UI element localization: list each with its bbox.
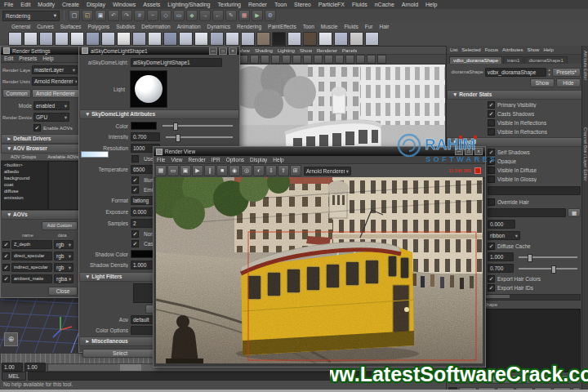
menu-ncache[interactable]: nCache [375, 2, 394, 7]
range-start-field[interactable]: 1.00 [2, 363, 23, 372]
shelf-tab-rendering[interactable]: Rendering [237, 24, 261, 29]
slider[interactable] [163, 125, 233, 127]
menu-create[interactable]: Create [62, 2, 79, 7]
checked-checkbox[interactable]: ✓ [131, 186, 139, 194]
render-layer-dropdown[interactable]: masterLayer▾ [32, 65, 78, 74]
keep-image-icon[interactable]: ⇩ [265, 165, 277, 176]
ipr-render-icon[interactable]: ▶ [252, 10, 263, 21]
copy-tab-button[interactable]: Copy Tab [539, 375, 581, 384]
open-scene-icon[interactable]: ◱ [82, 10, 93, 21]
section-aovs[interactable]: ▼ AOVs [1, 210, 79, 220]
close-button[interactable]: Close [48, 287, 78, 296]
aov-data-dropdown[interactable]: rgba▾ [54, 274, 74, 283]
gate-mask-icon[interactable] [292, 55, 301, 64]
ae-menu-attributes[interactable]: Attributes [502, 47, 523, 52]
rv-menu-render[interactable]: Render [188, 157, 205, 163]
rv-menu-ipr[interactable]: IPR [212, 157, 220, 163]
open-render-globals-icon[interactable]: ⊞ [290, 165, 301, 176]
undo-icon[interactable]: ↶ [108, 10, 119, 21]
menu-windows[interactable]: Windows [113, 2, 136, 7]
add-custom-button[interactable]: Add Custom [42, 221, 78, 230]
section-default-drivers[interactable]: ► Default Drivers [1, 134, 79, 144]
unchecked-checkbox[interactable] [488, 128, 495, 136]
shelf-tab-painteffects[interactable]: PaintEffects [268, 24, 296, 29]
checked-checkbox[interactable]: ✓ [131, 230, 139, 238]
menu-arnold[interactable]: Arnold [402, 2, 418, 7]
viewport-menu-lighting[interactable]: Lighting [278, 48, 295, 53]
workspace-dropdown[interactable]: Rendering ▾ [2, 11, 60, 21]
shelf-tab-general[interactable]: General [11, 24, 30, 29]
safe-action-icon[interactable] [314, 55, 323, 64]
section-render-stats[interactable]: ▼ Render Stats [447, 90, 582, 100]
command-line-language[interactable]: MEL [2, 372, 26, 381]
node-name-field[interactable]: vdbx_dioramaShape [485, 68, 547, 77]
film-gate-icon[interactable] [271, 55, 280, 64]
device-dropdown[interactable]: GPU▾ [33, 113, 69, 122]
render-settings-icon[interactable]: ⚙ [265, 10, 276, 21]
shelf-tool-icon[interactable] [318, 32, 332, 46]
snap-plane-icon[interactable]: ▭ [173, 10, 185, 21]
command-line-input[interactable] [28, 372, 441, 381]
wireframe-icon[interactable] [335, 55, 344, 64]
minimize-icon[interactable]: — [455, 148, 463, 155]
renderer-dropdown[interactable]: Arnold Renderer▾ [304, 167, 351, 176]
shelf-tool-icon[interactable] [24, 32, 38, 46]
lighting-icon[interactable] [367, 55, 376, 64]
close-icon[interactable]: ✕ [474, 148, 483, 155]
aov-data-dropdown[interactable]: rgb▾ [54, 240, 74, 249]
safe-title-icon[interactable] [324, 55, 333, 64]
skydome-titlebar[interactable]: aiSkyDomeLightShape1 — □ ✕ [79, 47, 239, 55]
side-tab-attribute-editor[interactable]: Attribute Editor [583, 51, 588, 119]
value-field[interactable]: 0.700 [131, 132, 160, 141]
hide-button[interactable]: Hide [556, 78, 581, 87]
select-camera-icon[interactable] [239, 55, 248, 64]
textured-icon[interactable] [356, 55, 365, 64]
shelf-tool-icon[interactable] [256, 32, 270, 46]
export-colors-checkbox[interactable]: ✓ [488, 275, 495, 283]
new-scene-icon[interactable]: ▢ [69, 10, 80, 21]
shelf-tool-icon[interactable] [39, 32, 53, 46]
make-live-icon[interactable]: ◆ [186, 10, 198, 21]
viewport-menu-renderer[interactable]: Renderer [317, 48, 337, 53]
shelf-tool-icon[interactable] [365, 32, 379, 46]
checked-checkbox[interactable]: ✓ [131, 176, 139, 184]
aov-group-item[interactable]: albedo [2, 168, 47, 175]
viewport-menu-shading[interactable]: Shading [255, 48, 273, 53]
enable-aovs-checkbox[interactable]: ✓ [33, 124, 41, 131]
hair-shader-field[interactable] [488, 208, 566, 217]
shelf-tool-icon[interactable] [163, 32, 177, 46]
shelf-tab-muscle[interactable]: Muscle [321, 24, 338, 29]
indirect-diffuse-slider[interactable] [519, 268, 577, 270]
aov-name-field[interactable]: indirect_specular [11, 263, 52, 272]
shelf-tool-icon[interactable] [8, 32, 22, 46]
close-icon[interactable]: ✕ [229, 47, 237, 55]
shelf-tool-icon[interactable] [194, 32, 208, 46]
ae-tab-vdbx_dioramaShape[interactable]: vdbx_dioramaShape [449, 56, 502, 64]
menu-display[interactable]: Display [87, 2, 105, 7]
ae-menu-help[interactable]: Help [543, 47, 553, 52]
presets-button[interactable]: Presets* [552, 68, 581, 77]
ae-tab-tram1[interactable]: tram1 [503, 56, 523, 64]
menu-toon[interactable]: Toon [274, 2, 287, 7]
hair-mode-dropdown[interactable]: ribbon▾ [488, 231, 520, 240]
aov-enabled-checkbox[interactable]: ✓ [2, 264, 10, 271]
shelf-tool-icon[interactable] [350, 32, 363, 46]
shelf-tab-polygons[interactable]: Polygons [87, 24, 109, 29]
rv-menu-file[interactable]: File [157, 157, 165, 163]
menu-fluids[interactable]: Fluids [352, 2, 368, 7]
shelf-tool-icon[interactable] [225, 32, 239, 46]
indirect-specular-slider[interactable] [519, 256, 577, 258]
shelf-tool-icon[interactable] [179, 32, 193, 46]
rv-menu-help[interactable]: Help [273, 157, 283, 163]
aov-data-dropdown[interactable]: rgb▾ [54, 263, 74, 272]
ae-menu-list[interactable]: List [450, 47, 457, 52]
menu-render[interactable]: Render [248, 2, 267, 7]
rs-tab-arnoldrenderer[interactable]: Arnold Renderer [32, 89, 79, 98]
render-view-titlebar[interactable]: Render View — □ ✕ [154, 147, 485, 156]
exposure-icon[interactable]: ◐ [253, 165, 265, 176]
aov-name-field[interactable]: direct_specular [11, 252, 52, 261]
shelf-tab-dynamics[interactable]: Dynamics [207, 24, 231, 29]
redo-icon[interactable]: ↷ [121, 10, 132, 21]
viewport-menu-view[interactable]: View [239, 48, 250, 53]
xray-icon[interactable] [377, 55, 386, 64]
